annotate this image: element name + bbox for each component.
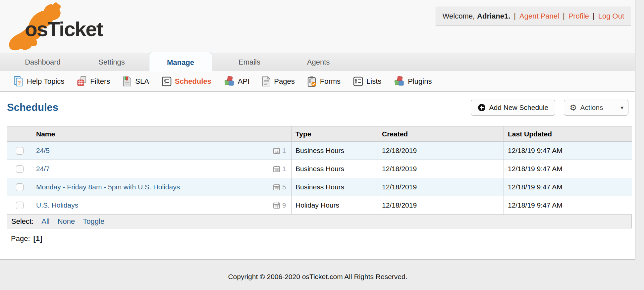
osticket-logo[interactable]: osTicket <box>4 1 117 52</box>
schedule-type: Business Hours <box>292 178 378 196</box>
gear-icon: ⚙ <box>569 104 577 112</box>
tab-agents[interactable]: Agents <box>284 53 353 71</box>
tab-manage[interactable]: Manage <box>149 52 212 72</box>
select-all-link[interactable]: All <box>41 217 49 226</box>
schedule-entry-count: 9 <box>282 202 286 209</box>
schedules-table: Name Type Created Last Updated 24/5 <box>7 126 628 243</box>
subnav-filters[interactable]: Filters <box>77 76 110 86</box>
calendar-count: 5 <box>273 183 287 191</box>
subnav-help-topics[interactable]: ? Help Topics <box>14 76 64 87</box>
forms-icon <box>307 76 317 87</box>
calendar-count: 1 <box>273 147 287 155</box>
tab-settings[interactable]: Settings <box>77 53 146 71</box>
pages-icon <box>262 76 271 87</box>
select-none-link[interactable]: None <box>58 217 75 226</box>
table-row: Monday - Friday 8am - 5pm with U.S. Holi… <box>7 178 632 196</box>
calendar-icon <box>273 183 280 191</box>
schedule-updated: 12/18/19 9:47 AM <box>504 142 632 160</box>
schedule-created: 12/18/2019 <box>378 160 504 178</box>
add-new-schedule-button[interactable]: Add New Schedule <box>471 100 556 116</box>
select-bar: Select: All None Toggle <box>7 215 632 228</box>
separator: | <box>514 12 516 21</box>
schedule-created: 12/18/2019 <box>378 142 504 160</box>
subnav-label: Pages <box>274 77 295 86</box>
subnav-label: Help Topics <box>27 77 64 86</box>
plus-circle-icon <box>478 104 486 112</box>
subnav-label: Plugins <box>408 77 432 86</box>
subnav-label: Forms <box>320 77 341 86</box>
calendar-icon <box>273 202 280 209</box>
select-label: Select: <box>11 217 33 226</box>
manage-subnav: ? Help Topics Filters SLA <box>0 71 635 92</box>
plugins-icon <box>394 76 404 86</box>
tab-dashboard[interactable]: Dashboard <box>8 53 77 71</box>
schedule-type: Business Hours <box>292 160 378 178</box>
subnav-lists[interactable]: Lists <box>353 76 381 86</box>
logout-link[interactable]: Log Out <box>598 12 624 21</box>
agent-panel-link[interactable]: Agent Panel <box>519 12 559 21</box>
actions-main[interactable]: ⚙ Actions <box>564 100 608 115</box>
api-icon <box>224 76 235 86</box>
schedule-entry-count: 5 <box>282 183 286 191</box>
schedule-link[interactable]: U.S. Holidays <box>36 201 78 209</box>
updated-column-header: Last Updated <box>504 126 632 142</box>
subnav-sla[interactable]: SLA <box>123 76 149 87</box>
help-topics-icon: ? <box>14 76 24 87</box>
calendar-icon <box>273 147 280 154</box>
separator: | <box>563 12 565 21</box>
schedule-updated: 12/18/19 9:47 AM <box>504 178 632 196</box>
separator: | <box>593 12 595 21</box>
username: Adriane1. <box>477 12 510 21</box>
svg-text:?: ? <box>18 80 21 86</box>
tab-emails[interactable]: Emails <box>215 53 284 71</box>
schedules-icon <box>162 76 172 86</box>
page-number[interactable]: [1] <box>33 234 42 243</box>
schedule-created: 12/18/2019 <box>378 196 504 215</box>
subnav-label: API <box>238 77 249 86</box>
subnav-schedules[interactable]: Schedules <box>162 76 211 86</box>
subnav-pages[interactable]: Pages <box>262 76 295 87</box>
row-checkbox[interactable] <box>16 165 24 173</box>
top-header: osTicket Welcome, Adriane1. | Agent Pane… <box>0 0 635 53</box>
schedule-type: Holiday Hours <box>292 196 378 215</box>
subnav-label: SLA <box>135 77 149 86</box>
calendar-count: 9 <box>273 202 287 209</box>
select-column-header <box>7 126 32 142</box>
chevron-down-icon[interactable]: ▾ <box>616 100 628 115</box>
welcome-box: Welcome, Adriane1. | Agent Panel | Profi… <box>436 7 631 26</box>
schedule-link[interactable]: Monday - Friday 8am - 5pm with U.S. Holi… <box>36 183 180 191</box>
sla-icon <box>123 76 132 87</box>
schedule-created: 12/18/2019 <box>378 178 504 196</box>
schedule-link[interactable]: 24/5 <box>36 147 50 155</box>
actions-label: Actions <box>580 104 603 112</box>
type-column-header: Type <box>292 126 378 142</box>
toolbar: Add New Schedule ⚙ Actions ▾ <box>471 100 628 116</box>
calendar-count: 1 <box>273 165 287 173</box>
page-container: osTicket Welcome, Adriane1. | Agent Pane… <box>0 0 635 260</box>
subnav-api[interactable]: API <box>224 76 249 86</box>
welcome-prefix: Welcome, <box>443 12 475 21</box>
actions-button[interactable]: ⚙ Actions ▾ <box>564 100 628 116</box>
table-row: 24/5 1 Business Hours 12/18/2019 12/18/1… <box>7 142 632 160</box>
table-header-row: Name Type Created Last Updated <box>7 126 632 142</box>
subnav-label: Lists <box>366 77 381 86</box>
copyright-text: Copyright © 2006-2020 osTicket.com All R… <box>228 273 407 280</box>
button-divider <box>612 100 612 115</box>
subnav-forms[interactable]: Forms <box>307 76 341 87</box>
row-checkbox[interactable] <box>16 183 24 191</box>
row-checkbox[interactable] <box>16 202 24 209</box>
row-checkbox[interactable] <box>16 147 24 155</box>
name-column-header: Name <box>32 126 292 142</box>
select-toggle-link[interactable]: Toggle <box>83 217 104 226</box>
schedule-link[interactable]: 24/7 <box>36 165 50 173</box>
main-nav: Dashboard Settings Manage Emails Agents <box>0 53 635 71</box>
add-new-schedule-label: Add New Schedule <box>489 104 549 112</box>
schedule-updated: 12/18/19 9:47 AM <box>504 196 632 215</box>
profile-link[interactable]: Profile <box>568 12 589 21</box>
subnav-label: Schedules <box>175 77 211 86</box>
content-area: Schedules Add New Schedule ⚙ Actions ▾ <box>0 92 635 259</box>
page-label: Page: <box>11 234 30 243</box>
subnav-label: Filters <box>90 77 110 86</box>
schedule-type: Business Hours <box>292 142 378 160</box>
subnav-plugins[interactable]: Plugins <box>394 76 432 86</box>
